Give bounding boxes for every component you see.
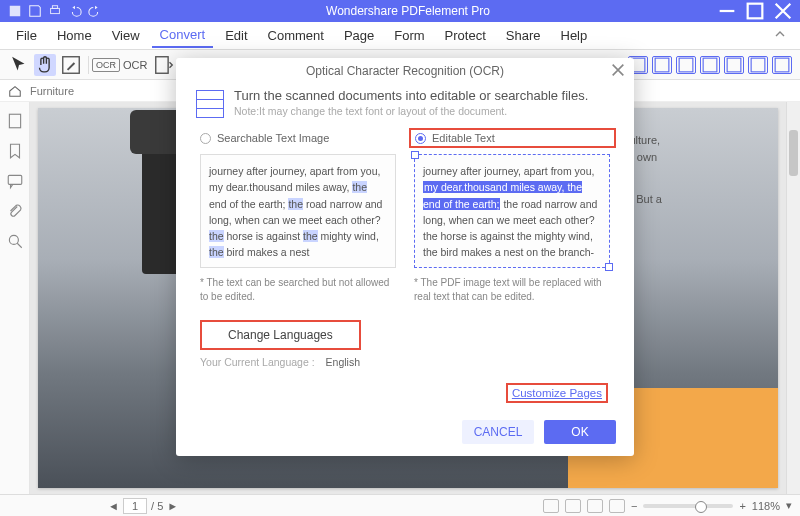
zoom-slider[interactable] [643,504,733,508]
view-single-icon[interactable] [543,499,559,513]
svg-rect-11 [727,58,741,72]
svg-point-16 [9,235,18,244]
current-language-label: Your Current Language : [200,356,315,368]
svg-rect-9 [679,58,693,72]
radio-icon [200,133,211,144]
dialog-close-icon[interactable] [610,62,626,78]
scrollbar-thumb[interactable] [789,130,798,176]
option-editable[interactable]: Editable Text [409,128,616,148]
svg-rect-13 [775,58,789,72]
menu-bar: File Home View Convert Edit Comment Page… [0,22,800,50]
ocr-intro-icon [196,90,224,118]
close-button[interactable] [770,0,796,22]
to-image-icon[interactable] [700,56,720,74]
current-language-value: English [326,356,360,368]
zoom-out-icon[interactable]: − [631,500,637,512]
vertical-scrollbar[interactable] [786,102,800,494]
to-rtf-icon[interactable] [748,56,768,74]
title-bar: Wondershare PDFelement Pro [0,0,800,22]
menu-edit[interactable]: Edit [217,24,255,47]
home-icon[interactable] [8,84,22,98]
note-editable: * The PDF image text will be replaced wi… [414,276,610,304]
to-other-icon[interactable] [772,56,792,74]
print-icon[interactable] [48,4,62,18]
to-ppt-icon[interactable] [676,56,696,74]
note-searchable: * The text can be searched but not allow… [200,276,396,304]
thumbnails-icon[interactable] [6,112,24,130]
dialog-heading: Turn the scanned documents into editable… [234,88,588,103]
svg-rect-6 [156,56,168,73]
menu-view[interactable]: View [104,24,148,47]
customize-pages-link[interactable]: Customize Pages [506,383,608,403]
bookmarks-icon[interactable] [6,142,24,160]
menu-share[interactable]: Share [498,24,549,47]
page-text: culture, ur own n. But a [624,132,764,208]
menu-home[interactable]: Home [49,24,100,47]
zoom-dropdown-icon[interactable]: ▾ [786,499,792,512]
sidebar [0,102,30,494]
ok-button[interactable]: OK [544,420,616,444]
option-editable-label: Editable Text [432,132,495,144]
cancel-button[interactable]: CANCEL [462,420,534,444]
maximize-button[interactable] [742,0,768,22]
convert-dropdown-icon[interactable] [153,54,175,76]
select-tool-icon[interactable] [8,54,30,76]
ocr-icon[interactable]: OCR [95,54,117,76]
svg-rect-12 [751,58,765,72]
svg-rect-1 [51,8,60,13]
view-facing-continuous-icon[interactable] [609,499,625,513]
svg-rect-10 [703,58,717,72]
sample-editable: journey after journey, apart from you, m… [414,154,610,268]
search-panel-icon[interactable] [6,232,24,250]
ocr-dialog: Optical Character Recognition (OCR) Turn… [176,58,634,456]
dialog-title: Optical Character Recognition (OCR) [306,64,504,78]
hand-tool-icon[interactable] [34,54,56,76]
menu-page[interactable]: Page [336,24,382,47]
change-languages-button[interactable]: Change Languages [200,320,361,350]
app-title: Wondershare PDFelement Pro [102,4,714,18]
attachments-icon[interactable] [6,202,24,220]
menu-comment[interactable]: Comment [260,24,332,47]
dialog-subtext: Note:It may change the text font or layo… [234,105,588,117]
svg-rect-8 [655,58,669,72]
option-searchable-label: Searchable Text Image [217,132,329,144]
svg-rect-14 [9,114,20,128]
sample-searchable: journey after journey, apart from you, m… [200,154,396,268]
view-facing-icon[interactable] [587,499,603,513]
page-navigator: ◄ 1 / 5 ► [108,498,178,514]
svg-line-17 [17,243,22,248]
ocr-label: OCR [121,54,149,76]
page-current-input[interactable]: 1 [123,498,147,514]
menu-help[interactable]: Help [553,24,596,47]
menu-form[interactable]: Form [386,24,432,47]
prev-page-icon[interactable]: ◄ [108,500,119,512]
svg-rect-15 [8,175,22,184]
svg-rect-0 [10,6,21,17]
option-searchable[interactable]: Searchable Text Image [200,132,395,144]
menu-protect[interactable]: Protect [437,24,494,47]
collapse-ribbon-icon[interactable] [768,28,792,43]
next-page-icon[interactable]: ► [167,500,178,512]
view-continuous-icon[interactable] [565,499,581,513]
status-bar: ◄ 1 / 5 ► − + 118% ▾ [0,494,800,516]
comments-icon[interactable] [6,172,24,190]
breadcrumb-item[interactable]: Furniture [30,85,74,97]
zoom-in-icon[interactable]: + [739,500,745,512]
svg-rect-4 [748,4,763,19]
menu-convert[interactable]: Convert [152,23,214,48]
app-icon [8,4,22,18]
page-total: / 5 [151,500,163,512]
menu-file[interactable]: File [8,24,45,47]
minimize-button[interactable] [714,0,740,22]
save-icon[interactable] [28,4,42,18]
radio-icon [415,133,426,144]
undo-icon[interactable] [68,4,82,18]
svg-rect-2 [52,6,57,9]
edit-tool-icon[interactable] [60,54,82,76]
to-text-icon[interactable] [724,56,744,74]
to-excel-icon[interactable] [652,56,672,74]
zoom-value: 118% [752,500,780,512]
redo-icon[interactable] [88,4,102,18]
